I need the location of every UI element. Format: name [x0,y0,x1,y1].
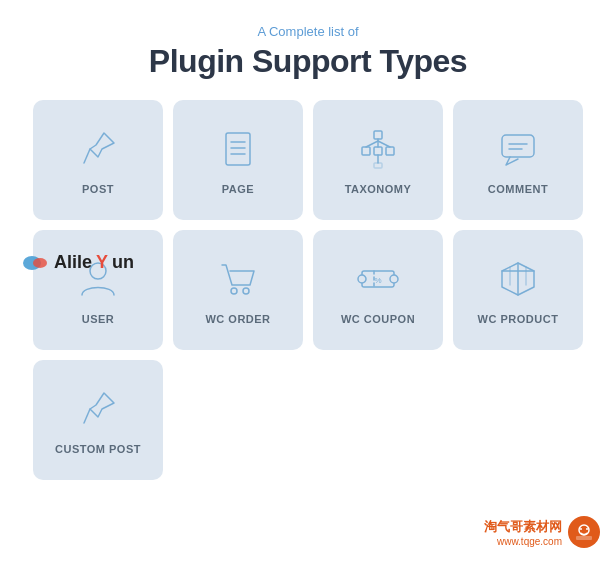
page-header: A Complete list of Plugin Support Types [149,0,467,96]
alileyun-watermark: AlileYun [22,252,134,273]
svg-point-31 [586,528,588,530]
svg-point-28 [33,258,47,268]
tqge-icon [568,516,600,548]
svg-rect-14 [374,163,382,168]
svg-rect-8 [374,147,382,155]
page-label: PAGE [222,183,254,195]
svg-rect-7 [362,147,370,155]
svg-line-26 [84,409,90,423]
empty-cell-2 [313,360,443,480]
wc-coupon-label: WC COUPON [341,313,415,325]
coupon-icon: % [354,255,402,303]
svg-rect-15 [502,135,534,157]
svg-point-30 [580,528,582,530]
svg-point-19 [231,288,237,294]
svg-point-23 [390,275,398,283]
hierarchy-icon [354,125,402,173]
post-label: POST [82,183,114,195]
tqge-line2: www.tqge.com [484,536,562,547]
svg-rect-32 [576,536,592,540]
header-title: Plugin Support Types [149,43,467,80]
svg-point-29 [579,525,589,535]
wc-order-label: WC ORDER [205,313,270,325]
alileyun-logo-icon [22,253,50,273]
alileyun-text-part1: Alile [54,252,92,273]
alileyun-text-part2: un [112,252,134,273]
svg-rect-6 [374,131,382,139]
wc-product-label: WC PRODUCT [478,313,559,325]
pin-icon [74,125,122,173]
svg-text:%: % [374,276,381,285]
grid-item-user[interactable]: USER [33,230,163,350]
box-icon [494,255,542,303]
custom-pin-icon [74,385,122,433]
comment-label: COMMENT [488,183,548,195]
tqge-watermark: 淘气哥素材网 www.tqge.com [484,516,600,548]
grid-item-wc-product[interactable]: WC PRODUCT [453,230,583,350]
svg-rect-9 [386,147,394,155]
taxonomy-label: TAXONOMY [345,183,412,195]
alileyun-text-y: Y [96,252,108,273]
grid-item-post[interactable]: POST [33,100,163,220]
grid-item-comment[interactable]: COMMENT [453,100,583,220]
svg-point-20 [243,288,249,294]
svg-rect-2 [226,133,250,165]
grid-item-taxonomy[interactable]: TAXONOMY [313,100,443,220]
document-icon [214,125,262,173]
grid-item-page[interactable]: PAGE [173,100,303,220]
comment-icon [494,125,542,173]
svg-line-0 [84,149,90,163]
svg-line-11 [366,141,378,147]
grid-item-wc-order[interactable]: WC ORDER [173,230,303,350]
svg-line-12 [378,141,390,147]
empty-cell-1 [173,360,303,480]
user-label: USER [82,313,115,325]
plugin-types-grid: POST PAGE [0,100,616,480]
svg-point-22 [358,275,366,283]
tqge-line1: 淘气哥素材网 [484,518,562,536]
header-subtitle: A Complete list of [149,24,467,39]
grid-item-custom-post[interactable]: CUSTOM POST [33,360,163,480]
empty-cell-3 [453,360,583,480]
custom-post-label: CUSTOM POST [55,443,141,455]
grid-item-wc-coupon[interactable]: % WC COUPON [313,230,443,350]
cart-icon [214,255,262,303]
